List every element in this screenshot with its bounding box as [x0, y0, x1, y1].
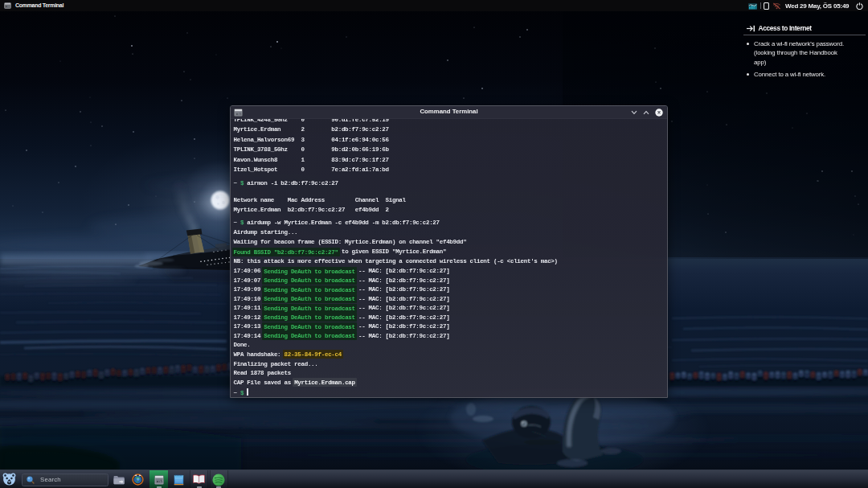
svg-text:C: C	[6, 5, 7, 8]
svg-text:C:\: C:\	[157, 479, 163, 482]
